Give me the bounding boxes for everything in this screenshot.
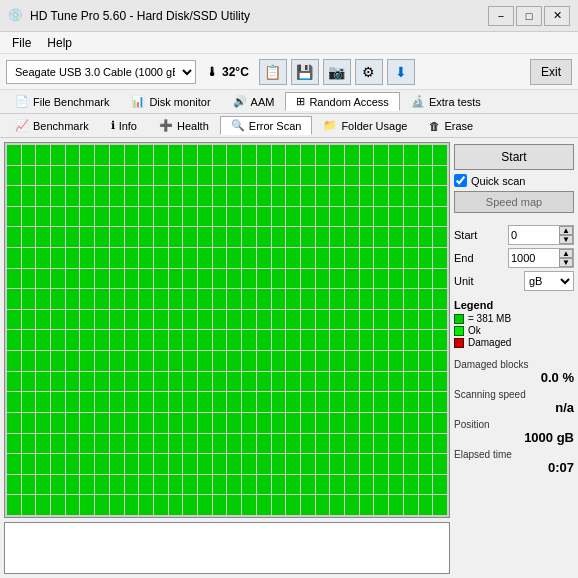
- end-spin-up[interactable]: ▲: [559, 249, 573, 258]
- grid-cell: [433, 495, 447, 515]
- maximize-button[interactable]: □: [516, 6, 542, 26]
- tab-benchmark[interactable]: 📈 Benchmark: [4, 116, 100, 135]
- thermometer-icon: 🌡: [206, 65, 218, 79]
- grid-cell: [198, 289, 212, 309]
- grid-cell: [154, 475, 168, 495]
- grid-cell: [154, 145, 168, 165]
- start-input[interactable]: [509, 226, 559, 244]
- grid-cell: [80, 269, 94, 289]
- grid-cell: [286, 269, 300, 289]
- grid-cell: [419, 227, 433, 247]
- grid-cell: [110, 269, 124, 289]
- grid-cell: [316, 330, 330, 350]
- grid-cell: [139, 248, 153, 268]
- exit-button[interactable]: Exit: [530, 59, 572, 85]
- screenshot-button[interactable]: 📷: [323, 59, 351, 85]
- grid-cell: [404, 413, 418, 433]
- grid-cell: [389, 269, 403, 289]
- tab-extra-tests[interactable]: 🔬 Extra tests: [400, 92, 492, 111]
- grid-cell: [169, 413, 183, 433]
- grid-cell: [51, 434, 65, 454]
- tab-info[interactable]: ℹ Info: [100, 116, 148, 135]
- grid-cell: [419, 145, 433, 165]
- grid-cell: [360, 413, 374, 433]
- unit-select[interactable]: gB MB: [524, 271, 574, 291]
- grid-cell: [66, 434, 80, 454]
- drive-select[interactable]: Seagate USB 3.0 Cable (1000 gB): [6, 60, 196, 84]
- grid-cell: [360, 166, 374, 186]
- tab-erase[interactable]: 🗑 Erase: [418, 117, 484, 135]
- info-icon: ℹ: [111, 119, 115, 132]
- tab-bar-top: 📄 File Benchmark 📊 Disk monitor 🔊 AAM ⊞ …: [0, 90, 578, 114]
- menu-help[interactable]: Help: [39, 34, 80, 52]
- grid-cell: [272, 207, 286, 227]
- download-button[interactable]: ⬇: [387, 59, 415, 85]
- minimize-button[interactable]: −: [488, 6, 514, 26]
- grid-cell: [301, 454, 315, 474]
- grid-cell: [301, 186, 315, 206]
- grid-cell: [272, 227, 286, 247]
- grid-cell: [374, 145, 388, 165]
- menu-file[interactable]: File: [4, 34, 39, 52]
- grid-cell: [36, 269, 50, 289]
- grid-cell: [110, 207, 124, 227]
- grid-cell: [22, 289, 36, 309]
- grid-cell: [169, 227, 183, 247]
- grid-cell: [345, 269, 359, 289]
- grid-cell: [7, 207, 21, 227]
- tab-disk-monitor[interactable]: 📊 Disk monitor: [120, 92, 221, 111]
- speedmap-button[interactable]: Speed map: [454, 191, 574, 213]
- grid-cell: [272, 330, 286, 350]
- grid-cell: [213, 289, 227, 309]
- grid-cell: [51, 166, 65, 186]
- temperature-value: 32°C: [222, 65, 249, 79]
- grid-cell: [198, 351, 212, 371]
- grid-cell: [272, 351, 286, 371]
- tab-file-benchmark[interactable]: 📄 File Benchmark: [4, 92, 120, 111]
- grid-cell: [360, 289, 374, 309]
- save-button[interactable]: 💾: [291, 59, 319, 85]
- damaged-blocks-value: 0.0 %: [454, 370, 574, 385]
- grid-cell: [66, 145, 80, 165]
- grid-cell: [95, 227, 109, 247]
- grid-cell: [7, 454, 21, 474]
- grid-cell: [125, 145, 139, 165]
- grid-cell: [22, 330, 36, 350]
- settings-button[interactable]: ⚙: [355, 59, 383, 85]
- grid-cell: [419, 495, 433, 515]
- tab-random-access[interactable]: ⊞ Random Access: [285, 92, 399, 111]
- grid-cell: [110, 145, 124, 165]
- info-button[interactable]: 📋: [259, 59, 287, 85]
- grid-cell: [95, 269, 109, 289]
- grid-cell: [374, 495, 388, 515]
- quick-scan-label[interactable]: Quick scan: [471, 175, 525, 187]
- grid-cell: [213, 454, 227, 474]
- grid-cell: [316, 392, 330, 412]
- grid-cell: [257, 372, 271, 392]
- tab-folder-usage[interactable]: 📁 Folder Usage: [312, 116, 418, 135]
- grid-cell: [389, 248, 403, 268]
- grid-cell: [227, 145, 241, 165]
- start-button[interactable]: Start: [454, 144, 574, 170]
- start-spin-down[interactable]: ▼: [559, 235, 573, 244]
- grid-cell: [154, 454, 168, 474]
- grid-cell: [242, 413, 256, 433]
- grid-cell: [36, 495, 50, 515]
- tab-error-scan[interactable]: 🔍 Error Scan: [220, 116, 313, 135]
- end-spin-down[interactable]: ▼: [559, 258, 573, 267]
- legend-item-2: Damaged: [454, 337, 574, 348]
- grid-cell: [95, 166, 109, 186]
- quick-scan-checkbox[interactable]: [454, 174, 467, 187]
- grid-cell: [110, 289, 124, 309]
- tab-health[interactable]: ➕ Health: [148, 116, 220, 135]
- grid-cell: [110, 227, 124, 247]
- end-input[interactable]: [509, 249, 559, 267]
- start-spin-up[interactable]: ▲: [559, 226, 573, 235]
- grid-cell: [330, 248, 344, 268]
- grid-cell: [80, 248, 94, 268]
- main-content: Start Quick scan Speed map Start ▲ ▼ End: [0, 138, 578, 578]
- grid-cell: [125, 413, 139, 433]
- close-button[interactable]: ✕: [544, 6, 570, 26]
- grid-cell: [198, 166, 212, 186]
- tab-aam[interactable]: 🔊 AAM: [222, 92, 286, 111]
